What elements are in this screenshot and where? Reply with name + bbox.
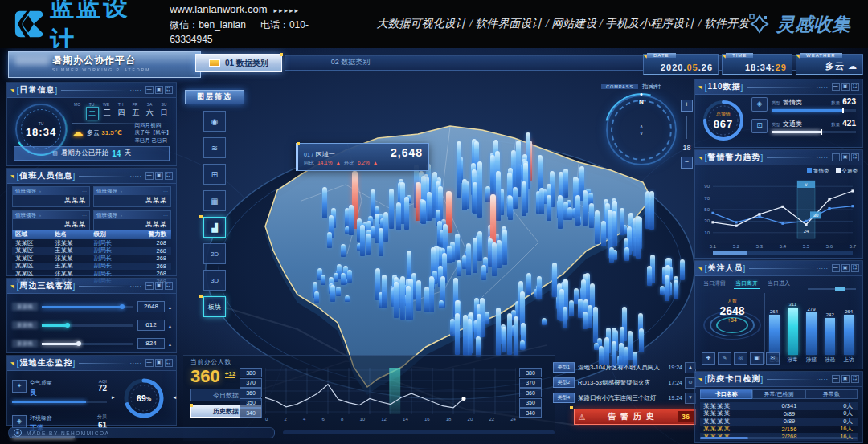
duty-leader-card[interactable]: 值班领导›···某某某 [12,186,90,207]
focus-tab[interactable]: 当日滞留 [702,279,727,289]
svg-text:10: 10 [704,230,710,235]
duty-card-header: 值班领导›··· [94,187,170,195]
minimize-icon[interactable]: — [145,359,154,367]
scrollbar-thumb[interactable] [700,437,748,439]
checkpoint-column-header[interactable]: 卡口名称 [700,389,752,399]
tab-data-category-1[interactable]: 01 数据类别 [195,54,282,72]
fullscreen-icon[interactable]: ⛶ [851,153,859,161]
fullscreen-icon[interactable]: ⛶ [165,359,173,367]
table-row[interactable]: 某某区张某某副局长268 [12,239,171,247]
fullscreen-icon[interactable]: ⛶ [851,375,859,383]
alert-row[interactable]: 类型2RD13-53烟感报警疑似火灾17:24⊙ [553,377,696,389]
more-icon[interactable]: ··· [82,213,87,218]
weekday-cell[interactable]: 六 [144,107,155,120]
weekday-cell[interactable]: 一 [72,107,83,120]
table-row[interactable]: 某某区张某某副局长268 [12,270,171,278]
weekday-cell[interactable]: 三 [101,107,113,120]
checkpoint-column-header[interactable]: 异常/已检测 [752,389,805,399]
more-icon[interactable]: ··· [163,213,168,218]
minimize-icon[interactable]: — [832,375,840,383]
website-link[interactable]: www.lanlanwork.com [170,3,267,15]
tab-data-category-2[interactable]: 02 数据类别 [299,57,402,67]
sector-mode-button[interactable]: 板块 [203,296,226,317]
zoom-in-button[interactable]: + [681,100,693,112]
alert-history-button[interactable]: ⚠ 告警历史 36 [574,409,696,425]
focus-bar-column[interactable]: 279涉赌 [805,307,819,364]
collect-star-icon [749,14,770,35]
popout-icon[interactable]: ▣ [841,83,850,91]
cluster-icon[interactable]: ⊞ [203,164,226,185]
eye-icon[interactable]: ◎ [734,352,747,365]
fullscreen-icon[interactable]: ⛶ [851,83,859,91]
alert-row[interactable]: 类型1湿地3-104片区有不明人员闯入19:24▲ [553,361,696,373]
popout-icon[interactable]: ▣ [841,375,850,383]
zoom-slider[interactable] [686,116,687,139]
chart-scrollbar[interactable] [808,288,856,290]
table-row[interactable]: 某某区王某某副局长268 [12,263,171,271]
fullscreen-icon[interactable]: ⛶ [165,282,173,290]
fullscreen-icon[interactable]: ⛶ [165,86,173,94]
focus-count-value: 2648 [703,305,761,317]
fullscreen-icon[interactable]: ⛶ [165,172,173,180]
alert-row[interactable]: 类型4某路口有小汽车连闯三个红灯19:24▼ [553,392,696,404]
inspiration-collect-link[interactable]: 灵感收集 [749,12,850,37]
more-icon[interactable]: ··· [82,189,87,193]
mode-3d-button[interactable]: 3D [203,270,226,291]
popout-icon[interactable]: ▣ [841,153,850,161]
popout-icon[interactable]: ▣ [155,359,163,367]
minimize-icon[interactable]: — [832,264,840,272]
checkpoint-column-header[interactable]: 异常数 [805,389,858,399]
focus-tab[interactable]: 当日离开 [734,279,760,289]
eco-labels: 空气质量良 [30,373,52,398]
flow-dot [120,304,125,309]
weekday-cell[interactable]: 二 [86,107,99,120]
weekday-cell[interactable]: 四 [116,107,127,120]
duty-leader-card[interactable]: 值班领导›···某某某 [93,186,171,207]
date-value: 2020.05.26 [661,63,713,72]
weekday-cell[interactable]: 日 [158,107,170,120]
popout-icon[interactable]: ▣ [155,86,163,94]
panel-controls: —▣⛶ [832,264,859,272]
signal-icon[interactable]: ≋ [203,137,226,158]
fullscreen-icon[interactable]: ⛶ [851,264,859,272]
popout-icon[interactable]: ▣ [155,282,163,290]
minimize-icon[interactable]: — [832,83,840,91]
x-axis-tick: 22 [489,417,494,422]
focus-bar-column[interactable]: 264上访 [841,309,856,364]
popout-icon[interactable]: ▣ [155,172,163,180]
minimize-icon[interactable]: — [145,172,154,180]
person-icon[interactable]: ✚ [702,352,715,365]
minimize-icon[interactable]: — [832,153,840,161]
bar-chart-icon[interactable]: ▟ [203,217,226,238]
building-icon[interactable]: ▦ [203,190,226,211]
duty-leader-card[interactable]: 值班领导›···某某某 [93,210,171,231]
chevron-right-icon: › [39,213,41,218]
focus-bar-column[interactable]: 311涉毒 [785,302,800,364]
checkpoint-row[interactable]: 某某某某0/890人 [700,418,858,426]
more-icon[interactable]: ··· [163,189,168,193]
checkpoint-row[interactable]: 某某某某0/3410人 [700,402,858,410]
checkpoint-row[interactable]: 某某某某0/890人 [700,410,858,418]
data-bar [680,259,685,280]
table-row[interactable]: 某某区王某某副局长268 [12,247,171,255]
table-cell: 某某区 [12,246,55,255]
weekday-cell[interactable]: 五 [130,107,141,120]
duty-leader-card[interactable]: 值班领导›···某某某 [12,210,90,231]
zoom-out-button[interactable]: − [681,157,693,169]
column-header: 警力数 [133,230,171,238]
mail-icon[interactable]: ✉ [766,352,780,365]
popout-icon[interactable]: ▣ [841,264,850,272]
table-row[interactable]: 某某区张某某副局长268 [12,255,171,263]
compass-dial[interactable]: N ∧∨ [606,95,677,165]
checkpoint-row[interactable]: 某某某某2/15616人 [700,426,858,434]
camera-icon[interactable]: ◉ [203,111,226,132]
mode-2d-button[interactable]: 2D [203,243,226,264]
panel-title: 110数据 [707,81,740,92]
minimize-icon[interactable]: — [145,282,154,290]
pen-icon[interactable]: ✎ [718,352,731,365]
minimize-icon[interactable]: — [145,86,154,94]
id-card-icon[interactable]: ▣ [750,352,764,365]
focus-tab[interactable]: 当日进入 [766,279,792,289]
table-cell: 某某区 [12,262,55,270]
focus-bar-column[interactable]: 242涉恐 [823,312,837,364]
